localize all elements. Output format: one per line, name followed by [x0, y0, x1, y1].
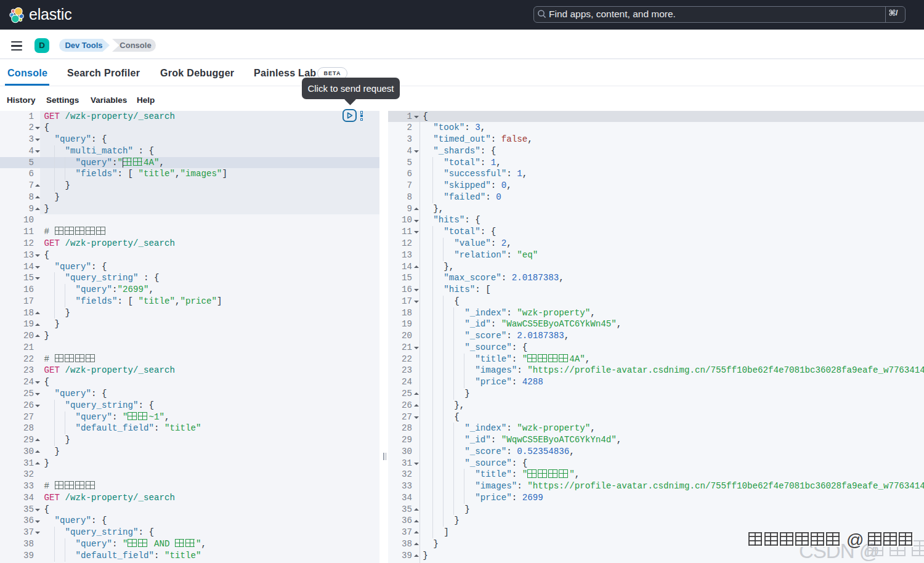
svg-text:Dev Tools: Dev Tools — [65, 41, 102, 50]
svg-text:Console: Console — [120, 41, 151, 50]
